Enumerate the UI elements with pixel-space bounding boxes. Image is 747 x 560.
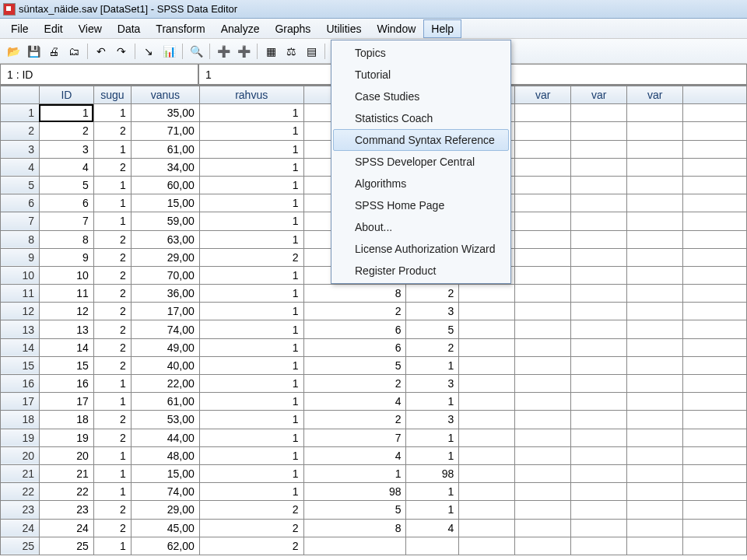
cell[interactable]: 4 — [303, 393, 406, 411]
cell[interactable]: 35,00 — [131, 104, 199, 122]
cell[interactable]: 17,00 — [131, 303, 199, 320]
cell[interactable]: 2 — [93, 303, 131, 320]
cell[interactable] — [571, 501, 627, 519]
redo-icon[interactable]: ↷ — [113, 43, 130, 60]
cell[interactable]: 1 — [199, 320, 303, 338]
cell[interactable] — [627, 537, 683, 555]
cell[interactable]: 1 — [406, 393, 459, 411]
print-icon[interactable]: 🖨 — [45, 43, 62, 60]
cell[interactable]: 1 — [199, 393, 303, 411]
cell[interactable]: 44,00 — [131, 429, 199, 446]
help-item-statistics-coach[interactable]: Statistics Coach — [333, 107, 509, 129]
menu-file[interactable]: File — [3, 19, 37, 38]
cell[interactable]: 8 — [303, 519, 406, 537]
row-header[interactable]: 2 — [1, 122, 40, 140]
cell[interactable] — [515, 429, 571, 446]
cell[interactable]: 2 — [93, 338, 131, 356]
cell[interactable] — [406, 537, 459, 555]
menu-transform[interactable]: Transform — [148, 19, 212, 38]
help-item-spss-home-page[interactable]: SPSS Home Page — [333, 194, 509, 216]
cell[interactable] — [515, 464, 571, 482]
cell[interactable] — [627, 338, 683, 356]
cell[interactable]: 1 — [199, 411, 303, 429]
cell[interactable] — [627, 411, 683, 429]
cell[interactable] — [683, 464, 747, 482]
cell[interactable] — [683, 446, 747, 464]
row-header[interactable]: 18 — [1, 411, 40, 429]
cell[interactable]: 1 — [406, 501, 459, 519]
col-header-empty[interactable]: var — [515, 86, 571, 104]
cell[interactable]: 21 — [39, 464, 93, 482]
cell[interactable] — [459, 356, 515, 374]
cell[interactable]: 1 — [93, 176, 131, 194]
cell[interactable]: 1 — [93, 446, 131, 464]
cell[interactable] — [571, 194, 627, 212]
cell[interactable] — [571, 303, 627, 320]
weight-icon[interactable]: ⚖ — [282, 43, 300, 60]
cell[interactable] — [683, 303, 747, 320]
cell[interactable]: 1 — [199, 446, 303, 464]
undo-icon[interactable]: ↶ — [93, 43, 110, 60]
cell[interactable] — [571, 158, 627, 176]
cell[interactable] — [303, 537, 406, 555]
cell[interactable] — [571, 537, 627, 555]
cell[interactable]: 2 — [199, 248, 303, 266]
cell[interactable] — [683, 104, 747, 122]
cell[interactable]: 2 — [93, 266, 131, 284]
row-header[interactable]: 10 — [1, 266, 40, 284]
cell[interactable]: 1 — [93, 464, 131, 482]
menu-analyze[interactable]: Analyze — [213, 19, 268, 38]
cell[interactable]: 12 — [39, 303, 93, 320]
cell[interactable]: 4 — [39, 158, 93, 176]
menu-data[interactable]: Data — [110, 19, 149, 38]
cell[interactable]: 1 — [199, 158, 303, 176]
cell[interactable]: 1 — [199, 194, 303, 212]
cell[interactable]: 29,00 — [131, 501, 199, 519]
cell[interactable] — [571, 104, 627, 122]
cell[interactable] — [515, 483, 571, 501]
cell[interactable] — [571, 375, 627, 393]
row-header[interactable]: 19 — [1, 429, 40, 446]
cell[interactable] — [627, 158, 683, 176]
menu-utilities[interactable]: Utilities — [318, 19, 369, 38]
cell[interactable]: 8 — [303, 285, 406, 303]
cell[interactable]: 1 — [93, 140, 131, 158]
cell[interactable] — [515, 501, 571, 519]
cell[interactable] — [627, 429, 683, 446]
row-header[interactable]: 20 — [1, 446, 40, 464]
menu-help[interactable]: Help — [423, 19, 461, 38]
cell[interactable] — [627, 356, 683, 374]
cell[interactable] — [683, 429, 747, 446]
cell[interactable]: 1 — [406, 483, 459, 501]
cell[interactable] — [683, 537, 747, 555]
cell[interactable] — [683, 158, 747, 176]
cell[interactable]: 1 — [199, 140, 303, 158]
menu-graphs[interactable]: Graphs — [267, 19, 318, 38]
help-item-spss-developer-central[interactable]: SPSS Developer Central — [333, 151, 509, 173]
cell[interactable] — [627, 212, 683, 230]
row-header[interactable]: 21 — [1, 464, 40, 482]
col-header[interactable]: ID — [39, 86, 93, 104]
cell[interactable]: 4 — [303, 446, 406, 464]
cell[interactable]: 1 — [303, 464, 406, 482]
cell[interactable] — [459, 411, 515, 429]
cell[interactable]: 2 — [199, 519, 303, 537]
cell[interactable]: 5 — [303, 356, 406, 374]
col-header[interactable]: vanus — [131, 86, 199, 104]
cell[interactable]: 1 — [199, 122, 303, 140]
cell[interactable] — [627, 140, 683, 158]
cell[interactable]: 5 — [406, 320, 459, 338]
cell[interactable] — [571, 140, 627, 158]
row-header[interactable]: 1 — [1, 104, 40, 122]
cell[interactable]: 5 — [39, 176, 93, 194]
cell[interactable]: 74,00 — [131, 483, 199, 501]
cell[interactable] — [459, 483, 515, 501]
corner-cell[interactable] — [1, 86, 40, 104]
cell[interactable]: 53,00 — [131, 411, 199, 429]
cell[interactable] — [571, 122, 627, 140]
cell[interactable]: 45,00 — [131, 519, 199, 537]
select-icon[interactable]: ▤ — [303, 43, 320, 60]
save-icon[interactable]: 💾 — [25, 43, 42, 60]
cell[interactable] — [515, 285, 571, 303]
cell[interactable]: 70,00 — [131, 266, 199, 284]
